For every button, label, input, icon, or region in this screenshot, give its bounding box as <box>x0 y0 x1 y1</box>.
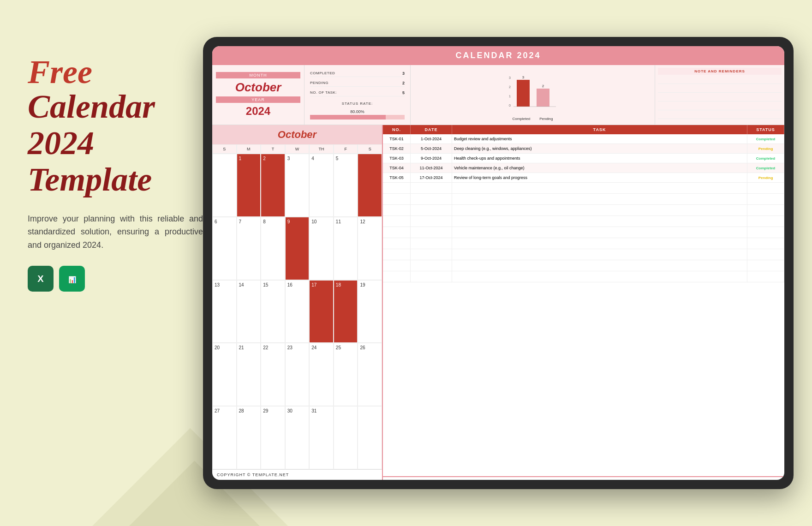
excel-icon: X <box>28 266 54 292</box>
task-date: 1-Oct-2024 <box>411 134 452 143</box>
tasks-section: NO. DATE TASK STATUS TSK-01 1-Oct-2024 B… <box>383 125 784 480</box>
task-no: TSK-04 <box>383 163 411 173</box>
cal-cell: 6 <box>212 217 237 280</box>
tasks-header: NO. DATE TASK STATUS <box>383 125 784 134</box>
svg-text:2: 2 <box>542 84 544 88</box>
bar-completed <box>517 80 530 107</box>
tablet-frame: CALENDAR 2024 MONTH October YEAR 2024 CO… <box>203 37 794 489</box>
cal-month-header: October <box>212 125 382 144</box>
task-row: TSK-02 5-Oct-2024 Deep cleaning (e.g., w… <box>383 144 784 154</box>
task-status: Completed <box>747 154 784 163</box>
empty-row <box>383 216 784 227</box>
header-task: TASK <box>452 125 747 134</box>
task-date: 9-Oct-2024 <box>411 154 452 163</box>
empty-row <box>383 260 784 271</box>
description-text: Improve your planning with this reliable… <box>28 212 203 252</box>
svg-text:3: 3 <box>522 75 524 79</box>
notes-block: NOTE AND REMINDERS <box>655 65 784 125</box>
notes-line-2 <box>658 85 782 93</box>
sheets-icon: 📊 <box>59 266 85 292</box>
notes-line-1 <box>658 77 782 84</box>
status-bar: 80.00% <box>310 109 405 120</box>
chart-label-pending: Pending <box>539 117 553 121</box>
cal-cell <box>358 406 382 469</box>
cal-cell: 5 <box>334 154 358 217</box>
task-date: 11-Oct-2024 <box>411 163 452 173</box>
cal-cell: 20 <box>212 343 237 406</box>
cal-cell: 4 <box>309 154 334 217</box>
cal-cell: 26 <box>358 343 382 406</box>
progress-bar-fill <box>310 115 386 120</box>
task-no: TSK-05 <box>383 173 411 182</box>
cal-cell: 13 <box>212 280 237 343</box>
task-row: TSK-01 1-Oct-2024 Budget review and adju… <box>383 134 784 144</box>
task-no: TSK-01 <box>383 134 411 143</box>
spreadsheet: CALENDAR 2024 MONTH October YEAR 2024 CO… <box>212 46 784 480</box>
month-label: MONTH <box>216 72 300 78</box>
task-desc: Budget review and adjustments <box>452 134 747 143</box>
cal-days-header: S M T W TH F S <box>212 144 382 154</box>
cal-cell: 11 <box>334 217 358 280</box>
day-sun: S <box>212 144 237 154</box>
cal-cell: 17 <box>309 280 334 343</box>
bar-chart: 3 2 1 0 3 2 <box>505 74 561 116</box>
empty-row <box>383 227 784 238</box>
calendar-title: CALENDAR 2024 <box>212 46 784 65</box>
notes-lines <box>658 77 782 122</box>
cal-cell: 1 <box>237 154 261 217</box>
stat-no-of-task: NO. OF TASK: 5 <box>310 90 405 96</box>
free-label: Free <box>28 55 203 89</box>
cal-cell: 29 <box>261 406 285 469</box>
cal-cell: 27 <box>212 406 237 469</box>
cal-cell: 12 <box>358 217 382 280</box>
empty-row <box>383 271 784 282</box>
task-status: Pending <box>747 173 784 182</box>
top-section: MONTH October YEAR 2024 COMPLETED 3 PEND… <box>212 65 784 125</box>
cal-cell: 28 <box>237 406 261 469</box>
task-no: TSK-03 <box>383 154 411 163</box>
empty-row <box>383 249 784 260</box>
task-desc: Health check-ups and appointments <box>452 154 747 163</box>
month-year-block: MONTH October YEAR 2024 <box>212 65 304 125</box>
svg-text:0: 0 <box>509 104 511 107</box>
cal-cell: 22 <box>261 343 285 406</box>
task-status: Pending <box>747 144 784 153</box>
svg-text:3: 3 <box>509 76 511 79</box>
header-date: DATE <box>411 125 452 134</box>
cal-cell: 19 <box>358 280 382 343</box>
cal-cell: 18 <box>334 280 358 343</box>
day-wed: W <box>285 144 310 154</box>
chart-block: 3 2 1 0 3 2 <box>411 65 655 125</box>
cal-cell: 14 <box>237 280 261 343</box>
chart-labels: Completed Pending <box>512 117 553 121</box>
svg-text:2: 2 <box>509 85 511 89</box>
stat-pending: PENDING 2 <box>310 80 405 87</box>
tablet-container: CALENDAR 2024 MONTH October YEAR 2024 CO… <box>203 37 794 489</box>
notes-header: NOTE AND REMINDERS <box>658 68 782 75</box>
task-status: Completed <box>747 134 784 143</box>
notes-line-3 <box>658 94 782 102</box>
cal-cell: 7 <box>237 217 261 280</box>
bar-pending <box>537 89 549 107</box>
header-status: STATUS <box>747 125 784 134</box>
task-no: TSK-02 <box>383 144 411 153</box>
empty-row <box>383 238 784 249</box>
tablet-screen: CALENDAR 2024 MONTH October YEAR 2024 CO… <box>212 46 784 480</box>
bottom-section: October S M T W TH F S <box>212 125 784 480</box>
cal-cell: 21 <box>237 343 261 406</box>
cal-cell <box>212 154 237 217</box>
cal-cell: 24 <box>309 343 334 406</box>
task-date: 17-Oct-2024 <box>411 173 452 182</box>
header-no: NO. <box>383 125 411 134</box>
day-fri: F <box>334 144 358 154</box>
cal-cell: 9 <box>285 217 310 280</box>
empty-row <box>383 183 784 194</box>
app-icons-row: X 📊 <box>28 266 203 292</box>
cal-cell: 23 <box>285 343 310 406</box>
day-mon: M <box>237 144 261 154</box>
progress-bar-bg <box>310 115 405 120</box>
cal-cell: 3 <box>285 154 310 217</box>
cal-cell: 8 <box>261 217 285 280</box>
tasks-body: TSK-01 1-Oct-2024 Budget review and adju… <box>383 134 784 476</box>
day-sat: S <box>358 144 382 154</box>
